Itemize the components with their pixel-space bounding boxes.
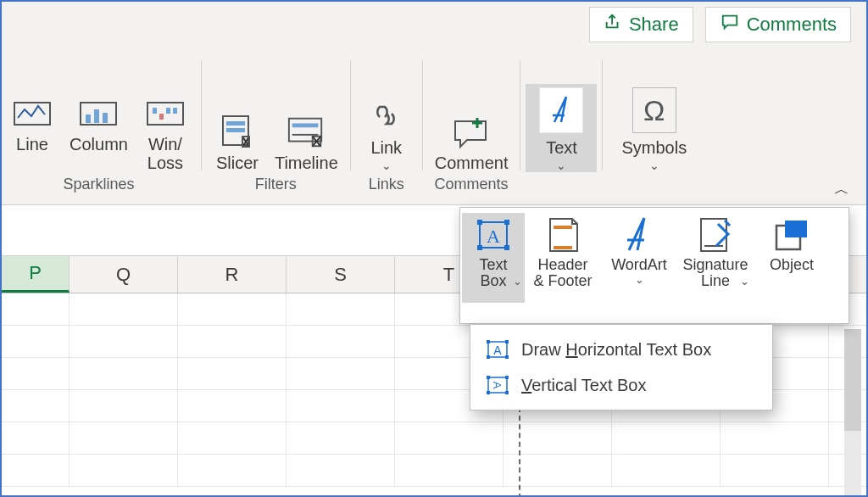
ribbon-separator bbox=[520, 60, 520, 170]
svg-rect-11 bbox=[226, 121, 245, 126]
ribbon-separator bbox=[422, 60, 423, 170]
sparkline-winloss-button[interactable]: Win/ Loss bbox=[135, 92, 196, 172]
svg-rect-34 bbox=[505, 355, 509, 359]
svg-rect-2 bbox=[86, 114, 91, 123]
ribbon-separator bbox=[350, 60, 351, 170]
svg-rect-7 bbox=[159, 114, 164, 120]
timeline-button[interactable]: Timeline bbox=[268, 111, 345, 172]
svg-rect-22 bbox=[504, 245, 509, 250]
chevron-down-icon: ⌄ bbox=[635, 273, 644, 286]
slicer-icon bbox=[218, 114, 257, 150]
share-label: Share bbox=[629, 14, 679, 36]
comment-insert-button[interactable]: Comment bbox=[428, 111, 515, 172]
group-label-links: Links bbox=[369, 176, 404, 197]
column-header-Q[interactable]: Q bbox=[70, 256, 178, 293]
draw-horizontal-text-box-item[interactable]: A Draw Horizontal Text Box bbox=[470, 332, 772, 367]
svg-rect-14 bbox=[292, 123, 319, 127]
symbols-dropdown-button[interactable]: Ω Symbols ⌄ bbox=[608, 82, 700, 172]
svg-rect-8 bbox=[166, 108, 170, 114]
svg-rect-24 bbox=[554, 226, 572, 229]
signature-line-icon bbox=[694, 215, 737, 255]
sparkline-column-icon bbox=[79, 96, 118, 131]
svg-rect-39 bbox=[487, 391, 490, 394]
comments-button[interactable]: Comments bbox=[705, 7, 851, 42]
chevron-down-icon: ⌄ bbox=[649, 159, 659, 172]
svg-rect-13 bbox=[289, 119, 321, 142]
text-dropdown-button[interactable]: Text ⌄ bbox=[526, 84, 597, 172]
wordart-button[interactable]: WordArt ⌄ bbox=[601, 213, 677, 286]
object-button[interactable]: Object bbox=[754, 213, 830, 273]
timeline-icon bbox=[287, 114, 326, 150]
svg-rect-9 bbox=[173, 108, 177, 114]
comment-icon bbox=[720, 13, 740, 36]
svg-rect-21 bbox=[477, 245, 482, 250]
svg-rect-20 bbox=[504, 220, 509, 225]
column-header-R[interactable]: R bbox=[178, 256, 287, 293]
text-box-button[interactable]: A Text Box ⌄ bbox=[462, 213, 525, 303]
link-button[interactable]: Link ⌄ bbox=[356, 96, 417, 172]
svg-text:A: A bbox=[487, 226, 500, 247]
horizontal-text-box-icon: A bbox=[486, 338, 509, 360]
svg-rect-4 bbox=[103, 113, 108, 123]
sparkline-column-button[interactable]: Column bbox=[63, 92, 135, 172]
collapse-ribbon-button[interactable]: ︿ bbox=[834, 179, 849, 199]
text-icon bbox=[539, 87, 583, 133]
svg-rect-29 bbox=[785, 221, 807, 237]
slicer-button[interactable]: Slicer bbox=[207, 111, 268, 172]
text-box-submenu: A Draw Horizontal Text Box A Vertical Te… bbox=[470, 324, 773, 410]
wordart-icon bbox=[618, 215, 660, 255]
text-gallery-popup: A Text Box ⌄ Header & Footer WordArt ⌄ S… bbox=[459, 207, 849, 324]
object-icon bbox=[771, 215, 813, 255]
ribbon-separator bbox=[201, 60, 202, 170]
comments-label: Comments bbox=[747, 14, 837, 36]
symbols-icon: Ω bbox=[632, 87, 676, 133]
svg-rect-38 bbox=[505, 376, 509, 379]
chevron-down-icon: ⌄ bbox=[556, 159, 566, 172]
svg-rect-31 bbox=[487, 340, 490, 343]
column-header-P[interactable]: P bbox=[2, 256, 70, 293]
signature-line-button[interactable]: Signature Line ⌄ bbox=[677, 213, 754, 303]
svg-text:A: A bbox=[491, 382, 504, 389]
text-box-icon: A bbox=[472, 215, 515, 255]
svg-rect-6 bbox=[153, 108, 157, 114]
svg-rect-12 bbox=[226, 128, 245, 132]
chevron-down-icon: ⌄ bbox=[513, 275, 522, 288]
svg-rect-32 bbox=[505, 340, 509, 343]
svg-rect-19 bbox=[477, 220, 482, 225]
sparkline-line-icon bbox=[13, 96, 52, 131]
link-icon bbox=[367, 99, 406, 135]
vertical-text-box-icon: A bbox=[486, 374, 509, 396]
share-icon bbox=[604, 13, 622, 36]
vertical-text-box-item[interactable]: A Vertical Text Box bbox=[470, 367, 772, 403]
chevron-down-icon: ⌄ bbox=[381, 159, 392, 172]
share-button[interactable]: Share bbox=[589, 7, 693, 42]
group-label-filters: Filters bbox=[255, 176, 297, 197]
svg-rect-40 bbox=[505, 391, 509, 394]
header-footer-icon bbox=[542, 215, 584, 255]
ribbon-separator bbox=[602, 60, 603, 170]
sparkline-winloss-icon bbox=[146, 96, 185, 131]
svg-text:A: A bbox=[493, 343, 502, 357]
column-header-S[interactable]: S bbox=[287, 256, 395, 293]
svg-rect-25 bbox=[554, 246, 572, 249]
svg-rect-37 bbox=[487, 376, 490, 379]
chevron-down-icon: ⌄ bbox=[740, 275, 749, 288]
menu-item-label: Draw Horizontal Text Box bbox=[521, 340, 711, 360]
new-comment-icon bbox=[452, 114, 491, 150]
sparkline-line-button[interactable]: Line bbox=[2, 92, 63, 172]
vertical-scrollbar[interactable] bbox=[844, 329, 861, 495]
group-label-sparklines: Sparklines bbox=[63, 176, 134, 197]
menu-item-label: Vertical Text Box bbox=[521, 376, 647, 395]
header-footer-button[interactable]: Header & Footer bbox=[525, 213, 601, 290]
svg-rect-3 bbox=[94, 109, 99, 123]
group-label-comments: Comments bbox=[435, 176, 509, 197]
svg-rect-33 bbox=[487, 355, 490, 359]
